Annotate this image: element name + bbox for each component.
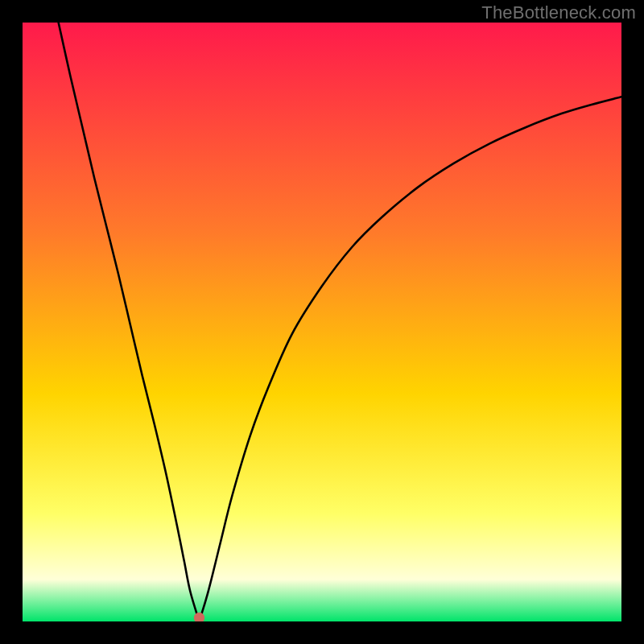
gradient-background (23, 23, 621, 621)
chart-frame (23, 23, 621, 621)
bottleneck-chart (23, 23, 621, 621)
watermark-text: TheBottleneck.com (481, 2, 636, 23)
